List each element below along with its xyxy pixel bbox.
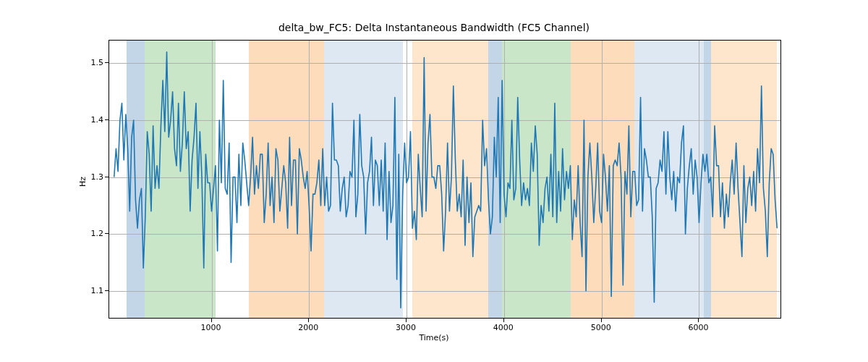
line-plot (109, 41, 781, 319)
y-tick-mark (105, 119, 109, 120)
x-tick-mark (211, 319, 212, 322)
x-tick-mark (406, 319, 407, 322)
y-tick-label: 1.5 (90, 58, 103, 67)
x-tick-label: 2000 (298, 323, 318, 332)
y-tick-mark (105, 290, 109, 291)
x-tick-mark (503, 319, 504, 322)
x-tick-label: 1000 (201, 323, 221, 332)
y-tick-label: 1.4 (90, 115, 103, 125)
data-line (114, 52, 778, 308)
figure: delta_bw_FC5: Delta Instantaneous Bandwi… (0, 0, 868, 362)
y-tick-label: 1.1 (90, 285, 103, 295)
y-tick-mark (105, 62, 109, 63)
x-axis-label: Time(s) (0, 333, 868, 342)
x-tick-mark (308, 319, 309, 322)
x-tick-label: 3000 (396, 323, 416, 332)
x-tick-label: 4000 (493, 323, 514, 332)
x-tick-label: 5000 (591, 323, 611, 332)
x-tick-mark (698, 319, 699, 322)
y-tick-mark (105, 233, 109, 234)
y-tick-mark (105, 177, 109, 177)
chart-title: delta_bw_FC5: Delta Instantaneous Bandwi… (0, 22, 868, 33)
x-tick-label: 6000 (688, 323, 708, 332)
x-tick-mark (601, 319, 602, 322)
plot-area (109, 40, 781, 319)
y-tick-label: 1.3 (90, 172, 103, 181)
y-axis-label: Hz (78, 176, 88, 186)
y-tick-label: 1.2 (90, 229, 103, 238)
